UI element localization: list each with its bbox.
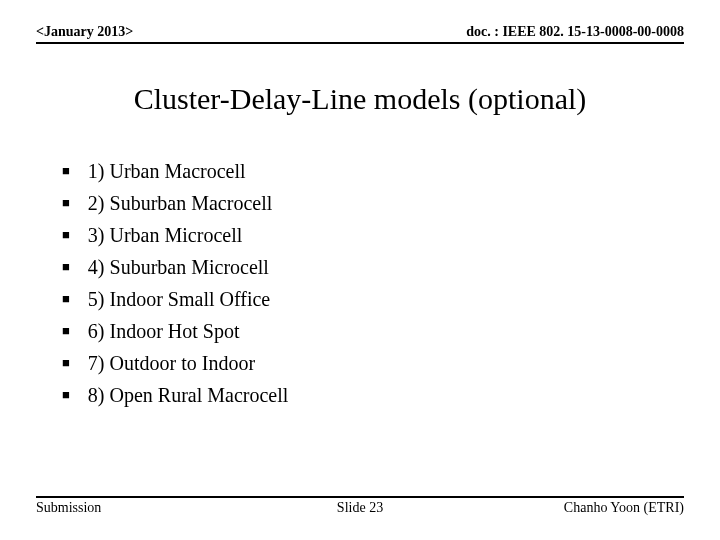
bullet-list: ■ 1) Urban Macrocell ■ 2) Suburban Macro… [62, 158, 288, 414]
list-item: ■ 3) Urban Microcell [62, 222, 288, 249]
footer-left: Submission [36, 500, 101, 516]
slide-footer: Submission Slide 23 Chanho Yoon (ETRI) [36, 496, 684, 516]
list-item: ■ 4) Suburban Microcell [62, 254, 288, 281]
square-bullet-icon: ■ [62, 258, 70, 276]
footer-slide-number: Slide 23 [337, 500, 383, 516]
list-item-text: 1) Urban Macrocell [88, 158, 246, 185]
square-bullet-icon: ■ [62, 162, 70, 180]
list-item-text: 2) Suburban Macrocell [88, 190, 272, 217]
square-bullet-icon: ■ [62, 290, 70, 308]
list-item: ■ 8) Open Rural Macrocell [62, 382, 288, 409]
square-bullet-icon: ■ [62, 194, 70, 212]
square-bullet-icon: ■ [62, 386, 70, 404]
list-item: ■ 2) Suburban Macrocell [62, 190, 288, 217]
footer-author: Chanho Yoon (ETRI) [564, 500, 684, 516]
slide-title: Cluster-Delay-Line models (optional) [0, 82, 720, 116]
list-item-text: 6) Indoor Hot Spot [88, 318, 240, 345]
header-date: <January 2013> [36, 24, 133, 40]
square-bullet-icon: ■ [62, 322, 70, 340]
square-bullet-icon: ■ [62, 354, 70, 372]
list-item-text: 7) Outdoor to Indoor [88, 350, 255, 377]
list-item: ■ 5) Indoor Small Office [62, 286, 288, 313]
list-item: ■ 1) Urban Macrocell [62, 158, 288, 185]
list-item-text: 4) Suburban Microcell [88, 254, 269, 281]
list-item: ■ 6) Indoor Hot Spot [62, 318, 288, 345]
list-item-text: 5) Indoor Small Office [88, 286, 270, 313]
list-item: ■ 7) Outdoor to Indoor [62, 350, 288, 377]
square-bullet-icon: ■ [62, 226, 70, 244]
list-item-text: 3) Urban Microcell [88, 222, 242, 249]
list-item-text: 8) Open Rural Macrocell [88, 382, 288, 409]
slide-header: <January 2013> doc. : IEEE 802. 15-13-00… [36, 24, 684, 44]
header-doc-id: doc. : IEEE 802. 15-13-0008-00-0008 [466, 24, 684, 40]
